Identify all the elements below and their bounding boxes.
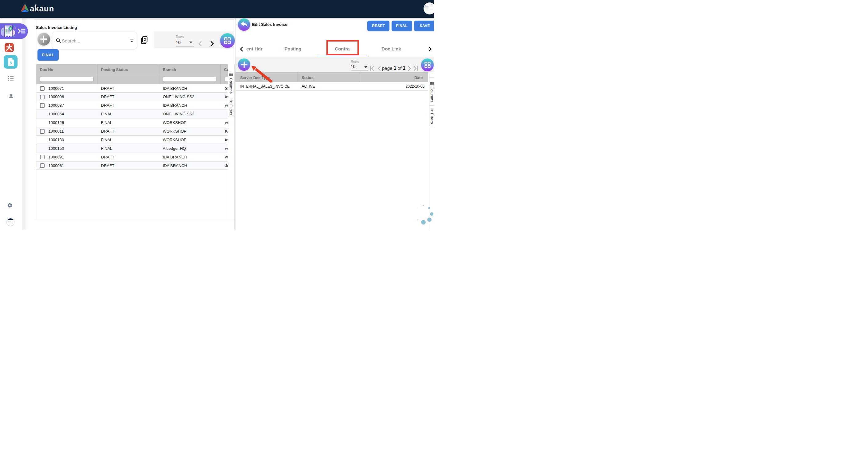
svg-text:$: $ xyxy=(10,27,11,30)
svg-text:$: $ xyxy=(9,61,12,65)
svg-text:2: 2 xyxy=(144,37,146,42)
